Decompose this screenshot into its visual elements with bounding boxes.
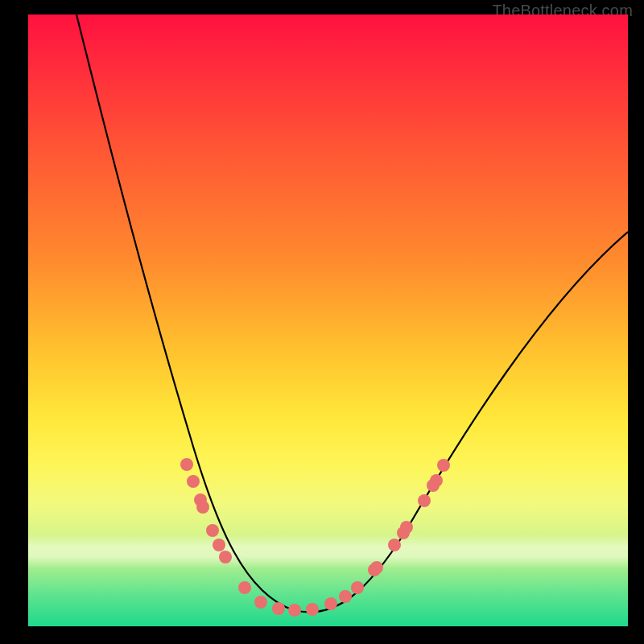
marker-dot bbox=[437, 459, 450, 472]
marker-dot bbox=[306, 603, 319, 616]
marker-dot bbox=[180, 458, 193, 471]
marker-dot bbox=[339, 590, 352, 603]
highlight-band bbox=[28, 535, 628, 568]
marker-dot bbox=[238, 581, 251, 594]
marker-dot bbox=[194, 493, 207, 506]
marker-dot bbox=[418, 494, 431, 507]
marker-dot bbox=[219, 551, 232, 564]
marker-dot bbox=[368, 564, 381, 576]
marker-dot bbox=[351, 581, 364, 594]
marker-dot bbox=[206, 524, 219, 537]
chart-frame: TheBottleneck.com bbox=[0, 0, 644, 644]
marker-dot bbox=[288, 604, 301, 617]
marker-dot bbox=[196, 501, 209, 514]
marker-dot bbox=[430, 474, 443, 487]
bottleneck-curve bbox=[76, 14, 628, 612]
marker-dot bbox=[254, 596, 267, 609]
plot-area bbox=[28, 14, 628, 626]
marker-dot bbox=[272, 602, 285, 615]
marker-dot bbox=[427, 479, 440, 492]
marker-dot bbox=[370, 561, 383, 574]
chart-overlay bbox=[28, 14, 628, 626]
marker-dot bbox=[213, 539, 225, 551]
marker-dot bbox=[397, 526, 410, 539]
marker-dot bbox=[400, 521, 413, 534]
marker-dot bbox=[388, 539, 401, 551]
marker-dot bbox=[324, 597, 337, 610]
marker-dot bbox=[187, 475, 200, 488]
marker-dots bbox=[180, 458, 450, 617]
